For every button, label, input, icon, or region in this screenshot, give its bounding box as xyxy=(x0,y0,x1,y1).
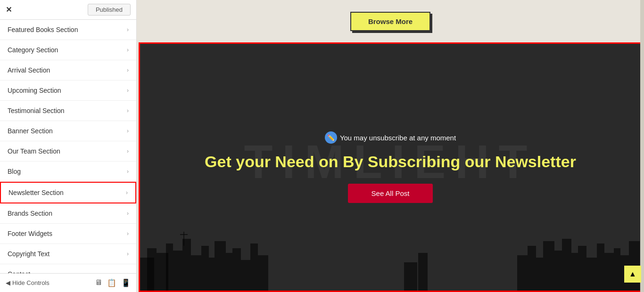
published-button[interactable]: Published xyxy=(88,4,131,16)
chevron-right-icon: › xyxy=(126,189,128,196)
sidebar-item-label: Upcoming Section xyxy=(8,87,61,94)
unsubscribe-text: ✏️ You may unsubscribe at any moment xyxy=(205,131,576,144)
sidebar-item-our-team[interactable]: Our Team Section› xyxy=(0,141,136,162)
sidebar-item-label: Footer Widgets xyxy=(8,230,52,237)
sidebar-item-label: Newsletter Section xyxy=(8,189,64,196)
sidebar-item-blog[interactable]: Blog› xyxy=(0,162,136,182)
svg-rect-1 xyxy=(147,248,157,291)
svg-rect-3 xyxy=(166,243,173,291)
sidebar-item-category[interactable]: Category Section› xyxy=(0,40,136,60)
sidebar-item-contact[interactable]: Contact› xyxy=(0,264,136,273)
svg-rect-16 xyxy=(180,234,188,235)
chevron-right-icon: › xyxy=(127,230,129,237)
footer-icons: 🖥 📋 📱 xyxy=(95,278,131,287)
newsletter-content: ✏️ You may unsubscribe at any moment Get… xyxy=(195,122,586,212)
main-content: Browse More TIMLIEHT xyxy=(137,0,644,292)
tablet-icon[interactable]: 📋 xyxy=(107,278,116,287)
chevron-right-icon: › xyxy=(127,128,129,134)
svg-rect-14 xyxy=(258,255,268,291)
city-silhouette xyxy=(140,229,640,291)
sidebar: ✕ Published Featured Books Section›Categ… xyxy=(0,0,137,292)
mobile-icon[interactable]: 📱 xyxy=(121,278,131,287)
chevron-right-icon: › xyxy=(127,168,129,175)
desktop-icon[interactable]: 🖥 xyxy=(95,278,102,287)
svg-rect-22 xyxy=(543,241,554,291)
sidebar-item-label: Category Section xyxy=(8,46,58,54)
svg-rect-10 xyxy=(226,253,232,291)
svg-rect-7 xyxy=(201,246,209,291)
sidebar-item-label: Our Team Section xyxy=(8,147,60,155)
svg-rect-8 xyxy=(209,258,215,291)
sidebar-list: Featured Books Section›Category Section›… xyxy=(0,20,136,273)
svg-rect-19 xyxy=(517,255,528,291)
svg-rect-6 xyxy=(191,255,201,291)
svg-rect-30 xyxy=(614,248,620,291)
chevron-right-icon: › xyxy=(127,47,129,53)
svg-rect-12 xyxy=(241,260,250,291)
svg-rect-4 xyxy=(173,251,182,291)
svg-rect-29 xyxy=(604,253,614,291)
svg-rect-17 xyxy=(404,262,417,291)
svg-rect-5 xyxy=(182,239,191,291)
svg-rect-13 xyxy=(250,243,258,291)
svg-rect-9 xyxy=(215,241,226,291)
newsletter-section[interactable]: TIMLIEHT xyxy=(139,42,642,292)
sidebar-item-brands[interactable]: Brands Section› xyxy=(0,203,136,224)
chevron-right-icon: › xyxy=(127,210,129,217)
svg-rect-18 xyxy=(418,253,428,291)
chevron-right-icon: › xyxy=(127,67,129,73)
svg-rect-26 xyxy=(578,246,586,291)
sidebar-item-copyright[interactable]: Copyright Text› xyxy=(0,244,136,264)
sidebar-item-testimonial[interactable]: Testimonial Section› xyxy=(0,101,136,121)
sidebar-item-label: Featured Books Section xyxy=(8,26,78,33)
sidebar-item-newsletter[interactable]: Newsletter Section› xyxy=(0,182,136,203)
svg-rect-27 xyxy=(586,258,597,291)
svg-rect-20 xyxy=(528,246,536,291)
svg-rect-11 xyxy=(232,248,241,291)
sidebar-item-label: Banner Section xyxy=(8,127,53,135)
right-scrollbar[interactable] xyxy=(640,0,644,292)
sidebar-item-label: Copyright Text xyxy=(8,250,50,258)
sidebar-footer: ◀ Hide Controls 🖥 📋 📱 xyxy=(0,273,136,292)
sidebar-header: ✕ Published xyxy=(0,0,136,20)
sidebar-item-footer-widgets[interactable]: Footer Widgets› xyxy=(0,224,136,244)
top-area: Browse More xyxy=(137,0,644,42)
sidebar-item-label: Brands Section xyxy=(8,210,52,217)
chevron-right-icon: › xyxy=(127,148,129,154)
sidebar-item-upcoming[interactable]: Upcoming Section› xyxy=(0,81,136,101)
sidebar-item-banner[interactable]: Banner Section› xyxy=(0,121,136,141)
chevron-left-icon: ◀ xyxy=(6,279,10,286)
chevron-right-icon: › xyxy=(127,87,129,94)
sidebar-item-label: Blog xyxy=(8,168,21,175)
close-button[interactable]: ✕ xyxy=(6,5,12,14)
pencil-icon: ✏️ xyxy=(325,131,337,144)
svg-rect-21 xyxy=(536,258,543,291)
sidebar-item-label: Testimonial Section xyxy=(8,107,65,114)
svg-rect-24 xyxy=(562,239,571,291)
svg-rect-28 xyxy=(597,243,604,291)
chevron-right-icon: › xyxy=(127,107,129,114)
browse-more-button[interactable]: Browse More xyxy=(350,12,430,31)
hide-controls-button[interactable]: ◀ Hide Controls xyxy=(6,279,50,286)
svg-rect-23 xyxy=(554,251,562,291)
newsletter-heading: Get your Need on By Subscribing our News… xyxy=(205,151,576,172)
see-all-post-button[interactable]: See All Post xyxy=(348,184,433,203)
svg-rect-15 xyxy=(183,232,184,246)
chevron-right-icon: › xyxy=(127,251,129,257)
sidebar-item-arrival[interactable]: Arrival Section› xyxy=(0,60,136,81)
chevron-right-icon: › xyxy=(127,26,129,33)
sidebar-item-featured-books[interactable]: Featured Books Section› xyxy=(0,20,136,40)
scroll-top-button[interactable]: ▲ xyxy=(624,266,641,283)
sidebar-item-label: Arrival Section xyxy=(8,66,50,74)
svg-rect-25 xyxy=(571,253,578,291)
